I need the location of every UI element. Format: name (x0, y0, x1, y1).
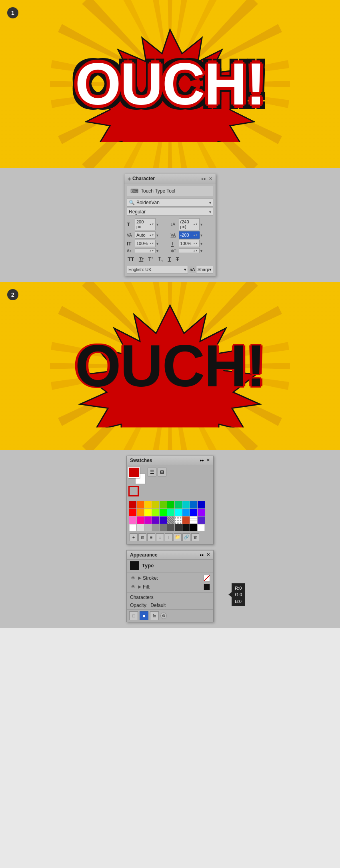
trash-btn[interactable]: 🗑 (191, 533, 199, 541)
tracking-spinner[interactable]: ▲▼ (193, 234, 198, 236)
selected-item-btn[interactable]: ■ (140, 611, 148, 620)
swatch-blue-violet[interactable] (198, 516, 205, 524)
swatch-lime[interactable] (152, 509, 159, 516)
new-item-btn[interactable]: □ (129, 611, 138, 620)
baseline-arrow[interactable]: ▾ (156, 249, 158, 253)
library-btn[interactable]: ≡ (147, 533, 155, 541)
swatch-brick-red[interactable] (182, 516, 190, 524)
horizontal-scale-input[interactable]: 100% ▲▼ (179, 240, 200, 247)
swatch-red[interactable] (129, 501, 136, 508)
leading-unit-arrow[interactable]: ▾ (200, 222, 202, 227)
swatch-darker-gray[interactable] (175, 524, 182, 531)
swatch-spring-green[interactable] (167, 509, 174, 516)
language-select[interactable]: English: UK ▾ (127, 266, 188, 273)
stroke-chevron[interactable]: ▶ (138, 575, 141, 581)
swatch-white-2[interactable] (198, 524, 205, 531)
horizontal-scale-arrow[interactable]: ▾ (200, 241, 202, 246)
leading-spinner[interactable]: ▲▼ (193, 223, 198, 225)
fill-color-swatch[interactable] (204, 584, 210, 590)
fg-color-swatch[interactable] (128, 467, 140, 478)
touch-type-tool-button[interactable]: ⌨ Touch Type Tool (127, 186, 213, 196)
swatch-amber[interactable] (137, 509, 144, 516)
fill-eye-icon[interactable]: 👁 (130, 584, 136, 590)
swatch-hot-pink[interactable] (137, 516, 144, 524)
swatch-pure-blue[interactable] (190, 509, 197, 516)
kerning-spinner[interactable]: ▲▼ (149, 234, 154, 236)
kerning-arrow[interactable]: ▾ (156, 233, 158, 237)
font-size-unit-arrow[interactable]: ▾ (156, 222, 158, 227)
swatch-orange[interactable] (137, 501, 144, 508)
fill-chevron[interactable]: ▶ (138, 584, 141, 589)
swatch-sky-blue[interactable] (182, 509, 190, 516)
font-size-spinner[interactable]: ▲▼ (149, 223, 154, 225)
swatch-green-cyan[interactable] (175, 501, 182, 508)
swatch-dark-gray-1[interactable] (160, 524, 167, 531)
new-swatch-btn[interactable]: + (130, 533, 138, 541)
swatch-black[interactable] (190, 524, 197, 531)
swatch-white[interactable] (129, 524, 136, 531)
swatch-cyan[interactable] (182, 501, 190, 508)
swatch-bright-green[interactable] (160, 509, 167, 516)
list-view-btn[interactable]: ☰ (148, 468, 156, 476)
swatch-dark-gray-2[interactable] (167, 524, 174, 531)
export-btn[interactable]: ↑ (165, 533, 173, 541)
swatch-blue[interactable] (190, 501, 197, 508)
swatch-yellow-orange[interactable] (144, 501, 152, 508)
swatches-expand[interactable]: ▸▸ (200, 458, 204, 462)
strikethrough-button[interactable]: T (175, 256, 180, 263)
tracking-arrow[interactable]: ▾ (200, 233, 202, 237)
italic-button[interactable]: Tr (138, 256, 144, 263)
antialiasing-select[interactable]: Sharp ▾ (196, 266, 213, 273)
swatch-light-gray[interactable] (137, 524, 144, 531)
appearance-close[interactable]: ✕ (206, 552, 210, 557)
underline-button[interactable]: T (167, 256, 172, 263)
swatch-near-black[interactable] (182, 524, 190, 531)
swatch-grid-pattern[interactable] (190, 516, 197, 524)
stroke-eye-icon[interactable]: 👁 (130, 575, 136, 581)
import-btn[interactable]: ↓ (156, 533, 164, 541)
stroke-color-indicator[interactable] (128, 486, 139, 496)
vertical-scale-input[interactable]: 100% ▲▼ (135, 240, 156, 247)
font-name-row[interactable]: 🔍 BoldenVan ▾ (127, 199, 213, 207)
delete-btn[interactable]: ⊘ (160, 613, 167, 619)
leading-input[interactable]: (240 px) ▲▼ (179, 218, 200, 230)
swatch-magenta[interactable] (144, 516, 152, 524)
swatch-pattern-2[interactable] (175, 516, 182, 524)
font-style-row[interactable]: Regular ▾ (127, 208, 213, 216)
swatch-mid-gray[interactable] (152, 524, 159, 531)
superscript-button[interactable]: TT (147, 256, 154, 263)
swatch-purple[interactable] (152, 516, 159, 524)
swatch-pattern-1[interactable] (167, 516, 174, 524)
swatch-yellow-green[interactable] (152, 501, 159, 508)
panel-close-icon[interactable]: ✕ (209, 176, 212, 181)
bold-button[interactable]: TT (127, 256, 135, 263)
swatches-close[interactable]: ✕ (206, 458, 210, 463)
swatch-bright-red[interactable] (129, 509, 136, 516)
swatch-green[interactable] (167, 501, 174, 508)
folder-btn[interactable]: 📁 (174, 533, 182, 541)
tracking2-input[interactable]: ▲▼ (179, 248, 200, 253)
swatch-yellow[interactable] (144, 509, 152, 516)
link-btn[interactable]: 🔗 (182, 533, 190, 541)
vertical-scale-spinner[interactable]: ▲▼ (149, 242, 154, 245)
tracking2-arrow[interactable]: ▾ (200, 249, 202, 253)
baseline-spinner[interactable]: ▲▼ (149, 249, 154, 252)
fx-btn[interactable]: fx (150, 611, 159, 620)
kerning-input[interactable]: Auto ▲▼ (135, 231, 156, 239)
panel-expand-icon[interactable]: ▸▸ (202, 176, 206, 181)
baseline-input[interactable]: ▲▼ (135, 248, 156, 253)
swatch-gray[interactable] (144, 524, 152, 531)
swatch-dark-blue[interactable] (198, 501, 205, 508)
swatch-light-green[interactable] (160, 501, 167, 508)
tracking2-spinner[interactable]: ▲▼ (193, 249, 198, 252)
appearance-expand[interactable]: ▸▸ (200, 553, 204, 557)
vertical-scale-arrow[interactable]: ▾ (156, 241, 158, 246)
swatch-indigo[interactable] (160, 516, 167, 524)
swatch-aqua[interactable] (175, 509, 182, 516)
tracking-input[interactable]: -200 ▲▼ (179, 231, 200, 239)
subscript-button[interactable]: T1 (157, 255, 164, 263)
horizontal-scale-spinner[interactable]: ▲▼ (193, 242, 198, 245)
font-size-input[interactable]: 200 px ▲▼ (135, 218, 156, 230)
swatch-pink[interactable] (129, 516, 136, 524)
stroke-color-swatch[interactable] (204, 575, 210, 581)
